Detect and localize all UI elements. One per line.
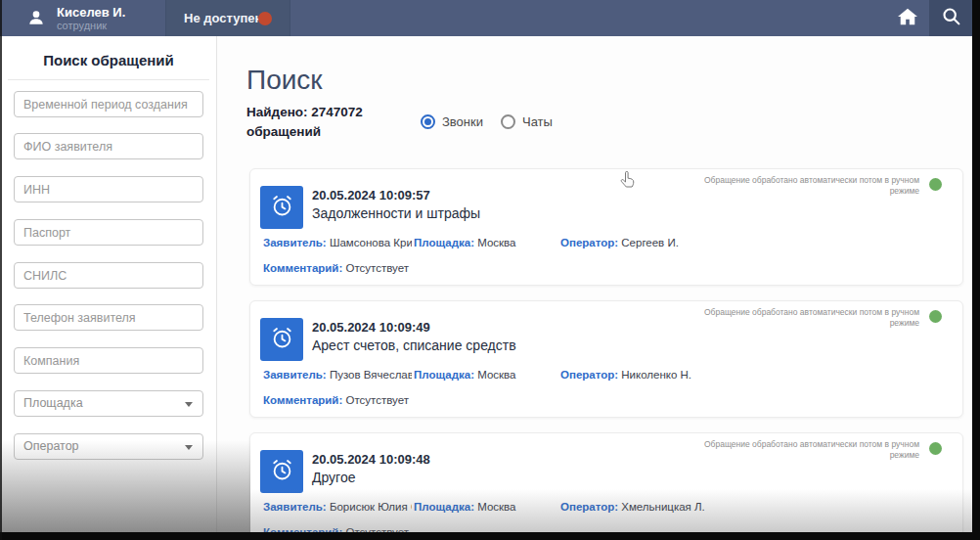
- status-green-dot-icon: [929, 310, 942, 323]
- request-date: 20.05.2024 10:09:49: [312, 320, 430, 335]
- user-role: сотрудник: [57, 20, 107, 31]
- home-icon: [897, 7, 918, 30]
- passport-input[interactable]: [14, 219, 203, 246]
- operator-dropdown-label: Оператор: [23, 439, 79, 453]
- status-green-dot-icon: [929, 178, 942, 191]
- user-name: Киселев И.: [57, 5, 125, 20]
- operator-field: Оператор: Сергеев И.: [560, 237, 679, 248]
- applicant-phone-input[interactable]: [14, 304, 203, 331]
- user-icon: [26, 8, 46, 31]
- call-type-icon-box: [260, 186, 303, 229]
- operator-dropdown[interactable]: Оператор: [14, 433, 203, 460]
- site-field: Площадка: Москва: [414, 369, 515, 381]
- request-topic: Задолженности и штрафы: [312, 205, 480, 221]
- operator-field: Оператор: Хмельницкая Л.: [560, 501, 705, 513]
- site-field: Площадка: Москва: [414, 501, 515, 513]
- status-red-dot-icon: [258, 12, 272, 25]
- availability-status-label: Не доступен: [184, 11, 262, 25]
- sidebar-title: Поиск обращений: [0, 52, 217, 68]
- search-filters-sidebar: Поиск обращений Площадка Оператор: [0, 36, 217, 540]
- comment-field: Комментарий: Отсутствует: [263, 262, 409, 274]
- alarm-clock-icon: [269, 325, 295, 355]
- call-type-icon-box: [260, 318, 303, 361]
- right-letterbox-bar: [972, 0, 980, 540]
- request-topic: Арест счетов, списание средств: [312, 338, 516, 353]
- radio-calls[interactable]: Звонки: [421, 114, 483, 129]
- alarm-clock-icon: [269, 457, 295, 487]
- site-dropdown[interactable]: Площадка: [14, 390, 203, 417]
- results-count: Найдено: 2747072 обращений: [246, 103, 363, 142]
- chevron-down-icon: [185, 402, 193, 407]
- snils-input[interactable]: [14, 262, 203, 289]
- applicant-field: Заявитель: Борисюк Юлия Серг...: [263, 501, 412, 513]
- chevron-down-icon: [185, 445, 193, 450]
- results-count-line2: обращений: [246, 122, 363, 142]
- radio-chats[interactable]: Чаты: [501, 114, 553, 129]
- request-card[interactable]: 20.05.2024 10:09:48 Другое Обращение обр…: [249, 432, 963, 540]
- company-input[interactable]: [14, 347, 203, 374]
- radio-unselected-icon: [501, 114, 515, 129]
- processing-status-text: Обращение обработано автоматически потом…: [696, 439, 919, 461]
- site-dropdown-label: Площадка: [23, 396, 83, 410]
- alarm-clock-icon: [269, 193, 295, 223]
- processing-status-text: Обращение обработано автоматически потом…: [696, 175, 919, 197]
- applicant-field: Заявитель: Пузов Вячеслав Вале...: [263, 369, 412, 381]
- creation-period-input[interactable]: [14, 91, 203, 117]
- operator-field: Оператор: Николенко Н.: [560, 369, 691, 381]
- processing-status-text: Обращение обработано автоматически потом…: [696, 307, 919, 329]
- sidebar-divider: [8, 79, 209, 80]
- availability-status-button[interactable]: Не доступен: [166, 0, 290, 36]
- applicant-name-input[interactable]: [14, 133, 203, 159]
- page-title: Поиск: [246, 65, 323, 96]
- call-type-icon-box: [260, 450, 303, 493]
- topbar: Киселев И. сотрудник Не доступен: [0, 0, 980, 36]
- channel-radio-group: Звонки Чаты: [421, 114, 553, 129]
- status-green-dot-icon: [929, 442, 942, 455]
- request-topic: Другое: [312, 470, 355, 485]
- request-date: 20.05.2024 10:09:48: [312, 452, 430, 467]
- radio-chats-label: Чаты: [522, 114, 553, 129]
- search-icon: [941, 6, 961, 30]
- request-card[interactable]: 20.05.2024 10:09:57 Задолженности и штра…: [249, 168, 963, 286]
- results-count-line1: Найдено: 2747072: [246, 103, 363, 122]
- search-button[interactable]: [929, 0, 972, 36]
- comment-field: Комментарий: Отсутствует: [263, 394, 409, 406]
- request-date: 20.05.2024 10:09:57: [312, 188, 430, 202]
- applicant-field: Заявитель: Шамсонова Кристина...: [263, 237, 412, 248]
- site-field: Площадка: Москва: [414, 237, 515, 248]
- radio-calls-label: Звонки: [442, 114, 483, 129]
- home-button[interactable]: [885, 0, 929, 36]
- request-card[interactable]: 20.05.2024 10:09:49 Арест счетов, списан…: [249, 300, 963, 418]
- radio-selected-icon: [421, 114, 435, 129]
- inn-input[interactable]: [14, 176, 203, 202]
- user-menu[interactable]: Киселев И. сотрудник: [0, 0, 166, 36]
- comment-field: Комментарий: Отсутствует: [263, 526, 409, 538]
